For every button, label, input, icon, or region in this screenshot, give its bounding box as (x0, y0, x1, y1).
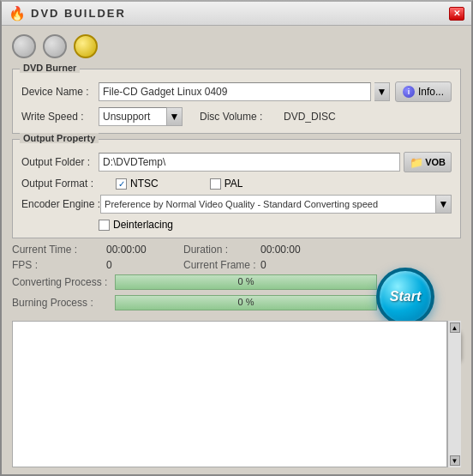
info-btn-label: Info... (418, 86, 444, 98)
current-time-value: 00:00:00 (106, 244, 183, 256)
folder-icon: 📁 (410, 156, 423, 169)
output-property-section: Output Property Output Folder : D:\DVDTe… (12, 139, 461, 238)
encoder-select-wrapper: Preference by Normal Video Quality - Sta… (100, 195, 452, 214)
write-speed-input[interactable]: Unsupport (99, 107, 167, 126)
write-speed-row: Write Speed : Unsupport ▼ Disc Volume : … (21, 107, 452, 126)
pal-checkbox[interactable] (210, 178, 221, 190)
traffic-lights (12, 33, 461, 60)
app-icon: 🔥 (9, 5, 26, 21)
dvd-burner-section: DVD Burner Device Name : File-CD Gadget … (12, 69, 461, 134)
device-name-select-wrapper: File-CD Gadget Linux 0409 ▼ (99, 82, 390, 101)
disc-volume-value: DVD_DISC (284, 111, 336, 123)
burning-progress-bar: 0 % (115, 295, 377, 310)
window-body: DVD Burner Device Name : File-CD Gadget … (2, 26, 471, 474)
vob-btn-label: VOB (425, 157, 446, 167)
close-button[interactable]: ✕ (449, 7, 464, 21)
vob-button[interactable]: 📁 VOB (404, 152, 452, 172)
stats-progress-section: Current Time : 00:00:00 Duration : 00:00… (12, 244, 461, 316)
deinterlacing-checkbox[interactable] (99, 220, 110, 231)
burning-process-label: Burning Process : (12, 297, 115, 309)
close-traffic-button[interactable] (74, 34, 98, 58)
device-name-label: Device Name : (21, 86, 99, 98)
output-property-title: Output Property (20, 133, 99, 143)
maximize-button[interactable] (43, 34, 67, 58)
device-name-row: Device Name : File-CD Gadget Linux 0409 … (21, 81, 452, 102)
title-bar: 🔥 DVD BUILDER ✕ (2, 2, 471, 26)
converting-progress-bar: 0 % (115, 274, 377, 290)
device-name-input[interactable]: File-CD Gadget Linux 0409 (99, 82, 371, 101)
minimize-button[interactable] (12, 34, 36, 58)
start-button[interactable]: Start (376, 268, 434, 326)
converting-process-label: Converting Process : (12, 276, 115, 288)
output-folder-label: Output Folder : (21, 156, 99, 168)
log-area[interactable] (12, 321, 447, 467)
current-time-label: Current Time : (12, 244, 106, 256)
duration-label: Duration : (183, 244, 260, 256)
log-area-wrapper: ▲ ▼ (12, 321, 461, 467)
progress-wrapper: Converting Process : 0 % Burning Process… (12, 274, 384, 310)
encoder-engine-input[interactable]: Preference by Normal Video Quality - Sta… (100, 195, 436, 214)
burning-process-row: Burning Process : 0 % (12, 295, 384, 310)
deinterlace-row: Deinterlacing (21, 219, 452, 231)
write-speed-dropdown-arrow[interactable]: ▼ (167, 107, 183, 126)
output-folder-input[interactable]: D:\DVDTemp\ (99, 153, 400, 172)
encoder-engine-label: Encoder Engine : (21, 198, 100, 210)
window-title: DVD BUILDER (31, 7, 126, 20)
encoder-engine-row: Encoder Engine : Preference by Normal Vi… (21, 195, 452, 214)
ntsc-checkbox[interactable]: ✓ (116, 178, 127, 190)
scrollbar: ▲ ▼ (447, 321, 461, 467)
converting-progress-text: 0 % (116, 276, 376, 286)
pal-label: PAL (225, 178, 243, 190)
duration-value: 00:00:00 (260, 244, 338, 256)
output-folder-row: Output Folder : D:\DVDTemp\ 📁 VOB (21, 152, 452, 172)
fps-value: 0 (106, 259, 183, 271)
write-speed-label: Write Speed : (21, 111, 99, 123)
ntsc-label: NTSC (130, 178, 159, 190)
device-dropdown-arrow[interactable]: ▼ (374, 82, 390, 101)
pal-checkbox-label[interactable]: PAL (210, 178, 243, 190)
burning-progress-text: 0 % (116, 297, 376, 307)
ntsc-checkbox-label[interactable]: ✓ NTSC (116, 178, 159, 190)
fps-label: FPS : (12, 259, 106, 271)
main-window: 🔥 DVD BUILDER ✕ DVD Burner Device Name :… (0, 0, 473, 476)
info-icon: i (403, 86, 415, 98)
disc-volume-label: Disc Volume : (200, 111, 277, 123)
converting-process-row: Converting Process : 0 % (12, 274, 384, 290)
output-format-row: Output Format : ✓ NTSC PAL (21, 178, 452, 190)
encoder-dropdown-arrow[interactable]: ▼ (436, 195, 452, 214)
output-format-label: Output Format : (21, 178, 99, 190)
current-frame-value: 0 (260, 259, 338, 271)
write-speed-select-wrapper: Unsupport ▼ (99, 107, 183, 126)
deinterlacing-label: Deinterlacing (113, 219, 173, 231)
scroll-down-arrow[interactable]: ▼ (450, 455, 460, 466)
title-bar-left: 🔥 DVD BUILDER (9, 5, 126, 21)
deinterlacing-checkbox-label[interactable]: Deinterlacing (99, 219, 173, 231)
dvd-burner-title: DVD Burner (20, 63, 80, 73)
current-frame-label: Current Frame : (183, 259, 260, 271)
scroll-up-arrow[interactable]: ▲ (450, 322, 460, 333)
info-button[interactable]: i Info... (395, 81, 452, 102)
current-time-row: Current Time : 00:00:00 Duration : 00:00… (12, 244, 461, 256)
